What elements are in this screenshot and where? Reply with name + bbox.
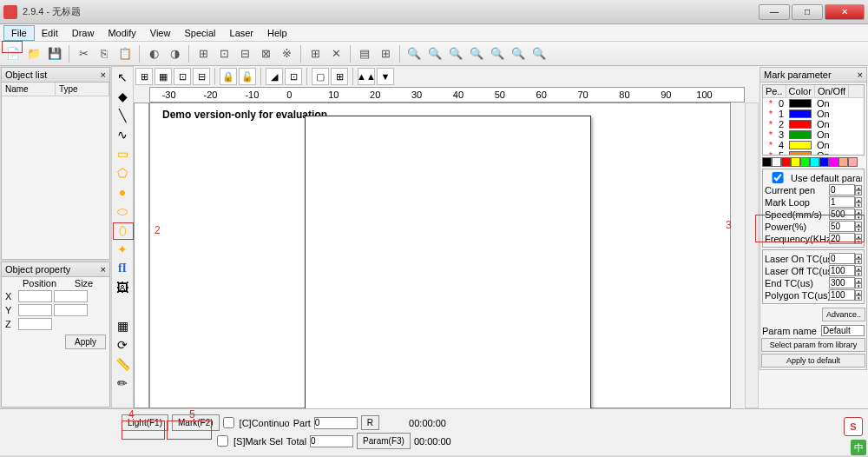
tool-icon[interactable]: ※ bbox=[277, 44, 296, 63]
tool-icon[interactable]: ⊟ bbox=[235, 44, 254, 63]
param-input[interactable] bbox=[829, 196, 855, 208]
close-icon[interactable]: × bbox=[858, 70, 863, 80]
r-button[interactable]: R bbox=[361, 415, 379, 430]
col-type[interactable]: Type bbox=[56, 83, 109, 96]
param-name-input[interactable] bbox=[821, 325, 865, 336]
color-swatch[interactable] bbox=[848, 157, 858, 167]
node-icon[interactable]: ◆ bbox=[114, 88, 131, 105]
tool-icon[interactable]: ⊞ bbox=[306, 44, 325, 63]
total-input[interactable] bbox=[310, 435, 353, 447]
circle-icon[interactable]: ● bbox=[114, 183, 131, 201]
maximize-button[interactable]: □ bbox=[792, 4, 823, 20]
menu-edit[interactable]: Edit bbox=[35, 26, 65, 40]
close-icon[interactable]: × bbox=[101, 264, 106, 275]
zoom-out-icon[interactable]: 🔍 bbox=[446, 44, 465, 63]
close-icon[interactable]: × bbox=[101, 70, 106, 80]
color-swatch[interactable] bbox=[838, 157, 848, 167]
select-icon[interactable]: ↖ bbox=[114, 69, 131, 86]
pen-row[interactable]: *4On bbox=[763, 140, 864, 150]
pen-row[interactable]: *5On bbox=[763, 150, 864, 156]
continuous-checkbox[interactable] bbox=[223, 417, 234, 428]
pen-list[interactable]: Pe..ColorOn/Off *0On*1On*2On*3On*4On*5On… bbox=[762, 84, 865, 156]
pen-row[interactable]: *2On bbox=[763, 119, 864, 129]
pen-row[interactable]: *1On bbox=[763, 109, 864, 119]
btn-icon[interactable]: ⊞ bbox=[331, 68, 348, 85]
color-swatch[interactable] bbox=[810, 157, 819, 167]
drawing-rect[interactable] bbox=[305, 116, 591, 409]
mirror-v-icon[interactable]: ▼ bbox=[377, 68, 394, 85]
color-swatch[interactable] bbox=[791, 157, 800, 167]
redo-icon[interactable]: ◑ bbox=[165, 44, 184, 63]
zoom-icon[interactable]: 🔍 bbox=[488, 44, 507, 63]
menu-draw[interactable]: Draw bbox=[65, 26, 102, 40]
refresh-icon[interactable]: ⟳ bbox=[114, 336, 131, 354]
image-icon[interactable]: 🖼 bbox=[114, 279, 131, 296]
color-swatch[interactable] bbox=[800, 157, 810, 167]
open-icon[interactable]: 📁 bbox=[24, 44, 43, 63]
advance-button[interactable]: Advance.. bbox=[822, 308, 865, 321]
rect-icon[interactable]: ▭ bbox=[114, 145, 131, 162]
tool-icon[interactable]: ▤ bbox=[355, 44, 374, 63]
z-pos-input[interactable] bbox=[18, 318, 52, 330]
save-icon[interactable]: 💾 bbox=[45, 44, 64, 63]
color-swatch[interactable] bbox=[829, 157, 838, 167]
lock-icon[interactable]: 🔒 bbox=[220, 68, 237, 85]
tool-icon[interactable]: ⊞ bbox=[376, 44, 395, 63]
col-name[interactable]: Name bbox=[2, 83, 56, 96]
ime-icon[interactable]: S bbox=[844, 417, 863, 436]
menu-help[interactable]: Help bbox=[260, 26, 294, 40]
hatch-icon[interactable]: ▦ bbox=[114, 317, 131, 334]
color-swatch[interactable] bbox=[819, 157, 829, 167]
scrollbar-vertical[interactable] bbox=[745, 103, 759, 408]
menu-special[interactable]: Special bbox=[177, 26, 222, 40]
tool-icon[interactable]: ⊠ bbox=[256, 44, 275, 63]
zoom-icon[interactable]: 🔍 bbox=[509, 44, 528, 63]
param-button[interactable]: Param(F3) bbox=[357, 433, 411, 449]
btn-icon[interactable]: ⊟ bbox=[193, 68, 210, 85]
paste-icon[interactable]: 📋 bbox=[115, 44, 135, 63]
param-input[interactable] bbox=[829, 184, 855, 195]
zoom-icon[interactable]: 🔍 bbox=[404, 44, 424, 63]
x-size-input[interactable] bbox=[54, 290, 88, 302]
grid-icon[interactable]: ▦ bbox=[155, 68, 172, 85]
btn-icon[interactable]: ⊡ bbox=[285, 68, 302, 85]
color-swatch[interactable] bbox=[762, 157, 772, 167]
close-button[interactable]: ✕ bbox=[825, 4, 865, 20]
use-default-checkbox[interactable] bbox=[765, 172, 791, 183]
marksel-checkbox[interactable] bbox=[217, 435, 228, 447]
part-input[interactable] bbox=[314, 417, 358, 429]
x-pos-input[interactable] bbox=[18, 290, 52, 302]
menu-file[interactable]: File bbox=[3, 25, 35, 41]
curve-icon[interactable]: ∿ bbox=[114, 126, 131, 143]
text-tool-icon[interactable]: fI bbox=[114, 260, 131, 277]
tool-icon[interactable]: ⊡ bbox=[214, 44, 233, 63]
tool-icon[interactable]: ✕ bbox=[326, 44, 345, 63]
apply-default-button[interactable]: Apply to default bbox=[761, 354, 865, 368]
y-size-input[interactable] bbox=[54, 304, 88, 316]
menu-laser[interactable]: Laser bbox=[223, 26, 261, 40]
color-bar[interactable] bbox=[762, 157, 865, 167]
menu-modify[interactable]: Modify bbox=[101, 26, 142, 40]
color-swatch[interactable] bbox=[781, 157, 791, 167]
param-input[interactable] bbox=[829, 277, 855, 288]
ruler-icon[interactable]: 📏 bbox=[114, 355, 131, 373]
unlock-icon[interactable]: 🔓 bbox=[239, 68, 256, 85]
btn-icon[interactable]: ▢ bbox=[312, 68, 329, 85]
ime-lang-icon[interactable]: 中 bbox=[851, 440, 866, 455]
apply-button[interactable]: Apply bbox=[65, 334, 106, 349]
undo-icon[interactable]: ◐ bbox=[144, 44, 163, 63]
cut-icon[interactable]: ✂ bbox=[74, 44, 93, 63]
pen-row[interactable]: *3On bbox=[763, 129, 864, 140]
y-pos-input[interactable] bbox=[18, 304, 52, 316]
star-icon[interactable]: ✦ bbox=[114, 241, 131, 258]
menu-view[interactable]: View bbox=[143, 26, 178, 40]
copy-icon[interactable]: ⎘ bbox=[95, 44, 114, 63]
param-input[interactable] bbox=[829, 289, 855, 301]
polygon-icon[interactable]: ⬠ bbox=[114, 164, 131, 182]
tool-icon[interactable]: ⊞ bbox=[194, 44, 213, 63]
zoom-in-icon[interactable]: 🔍 bbox=[425, 44, 444, 63]
marker-icon[interactable]: ✏ bbox=[114, 374, 131, 392]
snap-icon[interactable]: ⊞ bbox=[135, 68, 153, 85]
param-input[interactable] bbox=[829, 265, 855, 276]
btn-icon[interactable]: ⊡ bbox=[174, 68, 191, 85]
